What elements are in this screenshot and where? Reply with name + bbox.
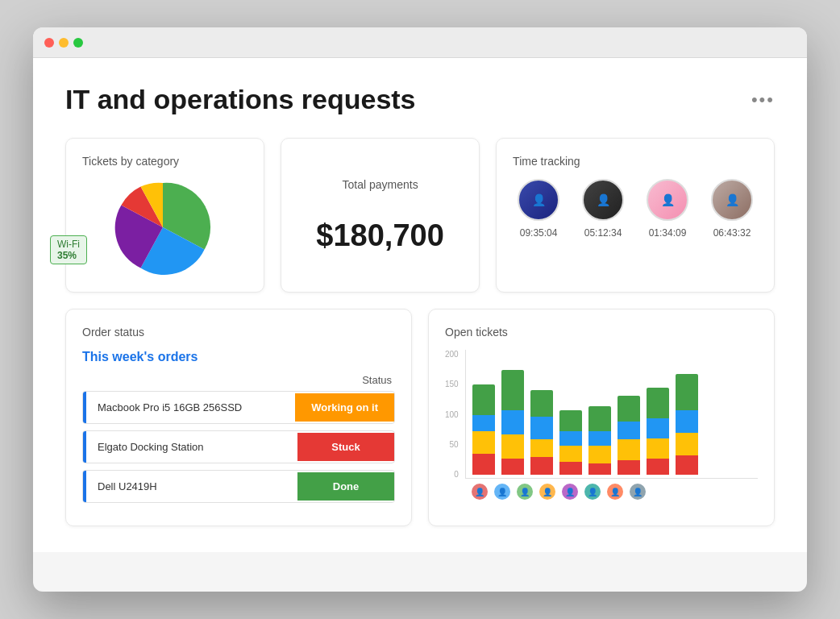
bar-seg-yellow-1	[472, 431, 495, 454]
bar-seg-red-5	[588, 463, 611, 475]
order-row-2: Elgato Docking Station Stuck	[82, 430, 395, 463]
bars-wrapper	[465, 350, 758, 479]
bar-group-8	[676, 374, 698, 475]
order-name-1: Macbook Pro i5 16GB 256SSD	[86, 392, 295, 423]
bar-avatar-2: 👤	[494, 484, 510, 500]
bar-seg-blue-2	[501, 410, 524, 434]
pie-label: Wi-Fi 35%	[50, 235, 87, 264]
avatar-time-2: 👤 05:12:34	[582, 179, 624, 239]
bar-group-3	[530, 390, 553, 475]
bar-seg-blue-3	[530, 417, 553, 439]
y-axis-0: 0	[445, 470, 459, 479]
payments-card-title: Total payments	[342, 178, 418, 191]
bar-avatar-1: 👤	[472, 484, 488, 500]
order-row-3: Dell U2419H Done	[82, 470, 395, 503]
bottom-row: Order status This week's orders Status M…	[65, 309, 775, 526]
close-button[interactable]	[44, 38, 54, 48]
time-tracking-card: Time tracking 👤 09:35:04 👤 05:12:34 👤 01…	[496, 138, 775, 293]
order-status-title: Order status	[82, 326, 395, 339]
stacked-bar-4	[559, 410, 582, 475]
bar-avatar-4: 👤	[539, 484, 555, 500]
page-header: IT and operations requests •••	[65, 84, 775, 115]
bar-seg-green-1	[472, 384, 495, 415]
week-orders-label: This week's orders	[82, 350, 395, 364]
y-axis-50: 50	[445, 440, 459, 449]
bar-seg-yellow-4	[559, 446, 582, 462]
bar-seg-yellow-3	[530, 439, 553, 457]
bar-seg-red-2	[501, 459, 524, 475]
traffic-lights	[44, 38, 83, 48]
bar-seg-blue-4	[559, 431, 582, 446]
stacked-bar-7	[647, 388, 669, 475]
time-value-2: 05:12:34	[584, 227, 622, 239]
bar-seg-yellow-8	[676, 433, 698, 455]
bar-seg-green-6	[618, 396, 640, 422]
bar-seg-yellow-6	[618, 439, 640, 460]
stacked-bar-8	[676, 374, 698, 475]
bar-seg-red-3	[530, 457, 553, 475]
bar-group-2	[501, 370, 524, 475]
status-badge-1: Working on it	[295, 393, 394, 422]
main-window: IT and operations requests ••• Tickets b…	[33, 27, 807, 592]
avatar-time-3: 👤 01:34:09	[647, 179, 688, 239]
bar-seg-yellow-5	[588, 446, 611, 463]
y-axis-100: 100	[445, 410, 459, 419]
bar-avatar-6: 👤	[584, 484, 601, 500]
stacked-bar-5	[588, 406, 611, 475]
bar-seg-green-2	[501, 370, 524, 410]
y-axis: 200 150 100 50 0	[445, 350, 462, 479]
tickets-card: Tickets by category Wi-Fi 35%	[65, 138, 264, 293]
page-title: IT and operations requests	[65, 84, 416, 115]
time-value-3: 01:34:09	[649, 227, 687, 239]
pie-label-percent: 35%	[57, 250, 77, 261]
bar-avatar-8: 👤	[630, 484, 646, 500]
tickets-card-title: Tickets by category	[82, 155, 247, 168]
bar-seg-green-7	[647, 388, 669, 418]
open-tickets-card: Open tickets 200 150 100 50 0	[428, 309, 775, 526]
minimize-button[interactable]	[59, 38, 69, 48]
payment-amount: $180,700	[316, 218, 444, 253]
maximize-button[interactable]	[73, 38, 83, 48]
bars-area: 👤 👤 👤 👤 👤 👤 👤 👤	[465, 350, 758, 500]
payments-card: Total payments $180,700	[281, 138, 480, 293]
pie-container: Wi-Fi 35%	[82, 179, 247, 276]
bar-seg-red-4	[559, 462, 582, 475]
order-name-3: Dell U2419H	[86, 471, 297, 502]
bar-seg-yellow-2	[501, 434, 524, 459]
stacked-bar-1	[472, 384, 495, 475]
bar-group-7	[647, 388, 669, 475]
top-row: Tickets by category Wi-Fi 35%	[65, 138, 775, 293]
bar-seg-red-7	[647, 459, 669, 475]
bar-group-5	[588, 406, 611, 475]
stacked-bar-6	[618, 396, 640, 475]
open-tickets-title: Open tickets	[445, 326, 758, 339]
more-options-button[interactable]: •••	[751, 89, 775, 110]
avatar-1: 👤	[518, 179, 559, 221]
bar-seg-blue-1	[472, 415, 495, 431]
bar-seg-yellow-7	[647, 438, 669, 459]
bar-seg-blue-7	[647, 418, 669, 438]
avatar-4: 👤	[711, 179, 753, 221]
page-content: IT and operations requests ••• Tickets b…	[33, 58, 807, 552]
bar-group-1	[472, 384, 495, 475]
order-status-card: Order status This week's orders Status M…	[65, 309, 412, 526]
y-axis-150: 150	[445, 380, 459, 388]
time-tracking-title: Time tracking	[513, 155, 758, 168]
time-value-1: 09:35:04	[520, 227, 558, 239]
status-header: Status	[82, 374, 395, 386]
bar-seg-blue-5	[588, 431, 611, 446]
bar-avatar-5: 👤	[562, 484, 578, 500]
bar-seg-red-6	[618, 460, 640, 475]
time-tracking-avatars: 👤 09:35:04 👤 05:12:34 👤 01:34:09 👤 06:43…	[513, 179, 758, 239]
bar-seg-green-4	[559, 410, 582, 431]
chart-wrapper: 200 150 100 50 0	[445, 350, 758, 500]
avatar-time-4: 👤 06:43:32	[711, 179, 753, 239]
avatar-2: 👤	[582, 179, 624, 221]
bar-group-6	[618, 396, 640, 475]
pie-chart	[114, 179, 211, 276]
titlebar	[33, 27, 807, 58]
avatar-time-1: 👤 09:35:04	[518, 179, 559, 239]
order-row-1: Macbook Pro i5 16GB 256SSD Working on it	[82, 391, 395, 424]
order-name-2: Elgato Docking Station	[86, 431, 297, 463]
stacked-bar-3	[530, 390, 553, 475]
